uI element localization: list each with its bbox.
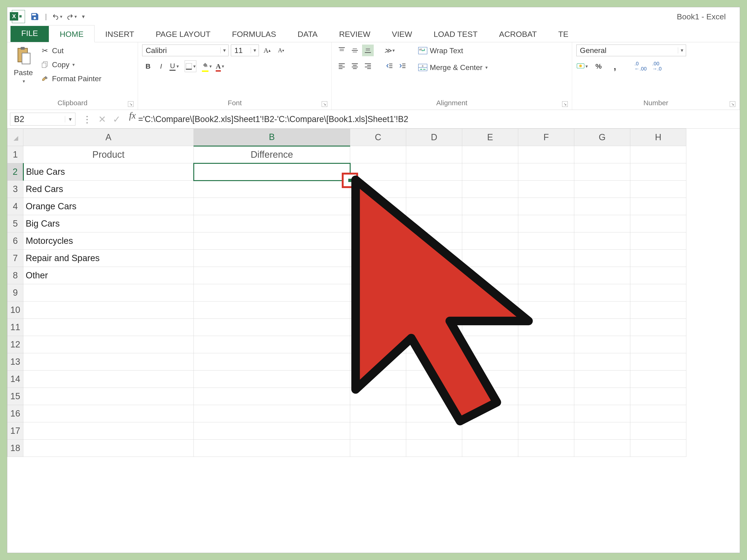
cell[interactable] [194,267,350,284]
cell[interactable] [630,422,686,439]
cell[interactable] [194,250,350,267]
align-top-button[interactable] [336,45,347,56]
increase-decimal-button[interactable]: .0←.00 [635,60,646,72]
cell[interactable] [518,284,574,301]
column-header-A[interactable]: A [23,129,194,146]
row-header[interactable]: 14 [7,371,23,388]
cell[interactable] [462,301,518,319]
column-header-E[interactable]: E [462,129,518,146]
cell[interactable] [630,215,686,232]
cell[interactable] [630,439,686,457]
cell[interactable] [518,181,574,198]
cell[interactable] [518,388,574,405]
column-header-D[interactable]: D [406,129,462,146]
row-header[interactable]: 17 [7,422,23,439]
column-header-C[interactable]: C [350,129,406,146]
cell[interactable] [406,215,462,232]
cell[interactable] [630,353,686,371]
tab-review[interactable]: REVIEW [328,25,381,42]
cell[interactable]: Orange Cars [23,198,194,215]
row-header[interactable]: 1 [7,146,23,163]
cell[interactable] [630,319,686,336]
cell[interactable] [194,181,350,198]
cell[interactable] [518,336,574,353]
cell[interactable] [406,163,462,181]
increase-indent-button[interactable] [396,60,408,72]
cell[interactable] [518,301,574,319]
redo-button[interactable]: ▾ [67,11,77,22]
cell[interactable]: Red Cars [23,181,194,198]
cell[interactable]: Big Cars [23,215,194,232]
cell[interactable] [518,405,574,422]
align-left-button[interactable] [336,60,347,72]
cell[interactable] [574,250,630,267]
formula-input[interactable]: ='C:\Compare\[Book2.xls]Sheet1'!B2-'C:\C… [138,110,740,128]
cell[interactable] [406,336,462,353]
cell[interactable] [574,319,630,336]
cell[interactable]: Product [23,146,194,163]
undo-button[interactable]: ▾ [52,11,62,22]
cell[interactable] [194,284,350,301]
cell[interactable] [630,146,686,163]
tab-file[interactable]: FILE [10,25,49,42]
cell[interactable] [350,301,406,319]
decrease-decimal-button[interactable]: .00→.0 [651,60,663,72]
cell[interactable] [194,405,350,422]
row-header[interactable]: 12 [7,336,23,353]
cell[interactable] [462,353,518,371]
cell[interactable] [574,439,630,457]
cell[interactable] [194,353,350,371]
cell[interactable] [518,198,574,215]
cell[interactable] [462,267,518,284]
cell[interactable] [406,353,462,371]
cell[interactable] [462,284,518,301]
column-header-B[interactable]: B [194,129,350,146]
cell[interactable]: Motorcycles [23,232,194,250]
cell[interactable] [194,319,350,336]
cell[interactable] [350,232,406,250]
cell[interactable] [518,422,574,439]
column-header-F[interactable]: F [518,129,574,146]
cell[interactable] [630,267,686,284]
cell[interactable] [518,439,574,457]
font-name-combo[interactable]: Calibri ▾ [142,45,229,56]
cell[interactable] [574,371,630,388]
cell[interactable] [23,439,194,457]
cell[interactable] [23,353,194,371]
cell[interactable] [194,371,350,388]
cell[interactable] [574,284,630,301]
cell[interactable] [350,336,406,353]
row-header[interactable]: 5 [7,215,23,232]
cell[interactable] [194,163,350,181]
cell[interactable] [350,371,406,388]
cell[interactable] [406,439,462,457]
cell[interactable] [518,215,574,232]
cell[interactable] [574,163,630,181]
copy-button[interactable]: Copy ▾ [38,59,103,71]
row-header[interactable]: 16 [7,405,23,422]
cell[interactable]: Difference [194,146,350,163]
cell[interactable] [574,301,630,319]
cell[interactable] [350,146,406,163]
borders-button[interactable]: ▾ [185,60,196,72]
cell[interactable] [630,232,686,250]
row-header[interactable]: 3 [7,181,23,198]
align-middle-button[interactable] [349,45,361,56]
cell[interactable] [462,181,518,198]
cell[interactable] [194,215,350,232]
row-header[interactable]: 11 [7,319,23,336]
number-format-combo[interactable]: General ▾ [576,45,686,56]
cell[interactable] [462,388,518,405]
cell[interactable] [23,371,194,388]
cell[interactable] [350,163,406,181]
cell[interactable] [518,371,574,388]
merge-center-button[interactable]: a Merge & Center ▾ [416,61,489,74]
fx-icon[interactable]: fx [123,110,138,128]
cell[interactable] [194,301,350,319]
cell[interactable] [23,405,194,422]
cell[interactable] [574,181,630,198]
cell[interactable] [462,319,518,336]
cell[interactable] [350,388,406,405]
cell[interactable] [462,250,518,267]
format-painter-button[interactable]: Format Painter [38,73,103,85]
